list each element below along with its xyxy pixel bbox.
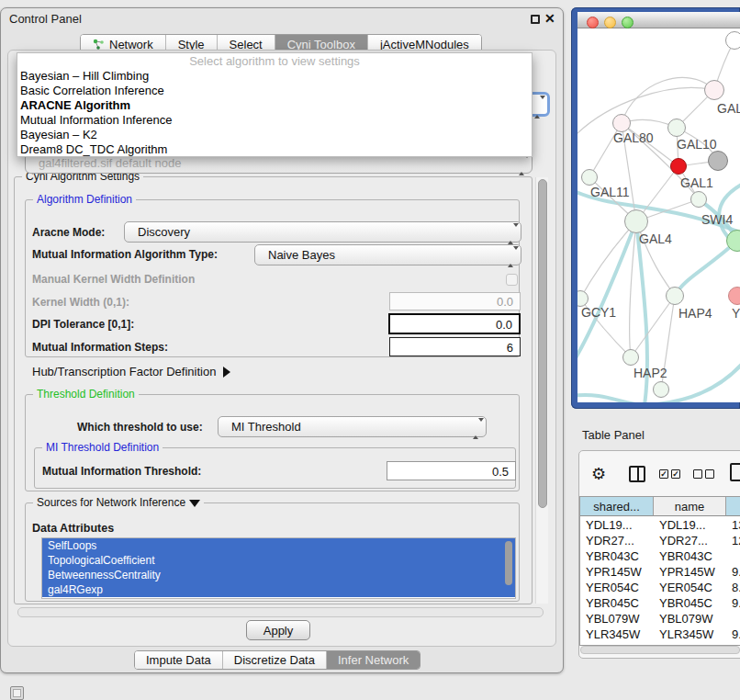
settings-horizontal-scrollbar[interactable] xyxy=(17,607,544,617)
select-all-check-icon[interactable]: ✓ xyxy=(671,469,680,479)
network-edge[interactable] xyxy=(577,221,636,361)
node-table[interactable]: shared...nameYDL19...YDL19...13YDR27...Y… xyxy=(579,496,740,646)
table-cell: YLR345W xyxy=(659,627,713,642)
combo-stepper-icon xyxy=(534,99,541,110)
network-node-y[interactable] xyxy=(728,287,740,305)
network-node-gal80[interactable] xyxy=(612,114,631,132)
table-column-header[interactable]: name xyxy=(654,497,726,516)
algorithm-option[interactable]: Mutual Information Inference xyxy=(17,113,532,128)
network-node-gal11[interactable] xyxy=(581,169,598,186)
table-row[interactable]: YPR145WYPR145W9. xyxy=(580,564,740,580)
network-node-gal4[interactable] xyxy=(624,209,648,233)
network-edge[interactable] xyxy=(622,77,714,123)
attribute-list-item[interactable]: SelfLoops xyxy=(42,538,515,553)
algorithm-definition-title: Algorithm Definition xyxy=(33,193,136,206)
deselect-all-icon[interactable] xyxy=(693,469,702,479)
attribute-list-item[interactable]: TopologicalCoefficient xyxy=(42,553,515,568)
algorithm-popup-prompt: Select algorithm to view settings xyxy=(17,53,532,69)
attribute-list-item[interactable]: BetweennessCentrality xyxy=(42,568,515,582)
network-edge[interactable] xyxy=(631,296,675,357)
node-label: GAL10 xyxy=(677,137,717,152)
minimize-traffic-icon[interactable] xyxy=(604,17,616,28)
node-label: Y xyxy=(732,306,740,321)
dpi-tolerance-field[interactable]: 0.0 xyxy=(388,313,521,334)
gear-icon[interactable]: ⚙ xyxy=(591,464,606,484)
network-node-gal1[interactable] xyxy=(670,158,687,175)
network-node-swi4[interactable] xyxy=(690,191,707,208)
table-row[interactable]: YBR043CYBR043C xyxy=(580,548,740,564)
table-cell: YBR043C xyxy=(586,548,639,564)
mi-steps-field[interactable]: 6 xyxy=(389,337,521,356)
network-node-hap4[interactable] xyxy=(666,287,684,305)
attribute-list-item[interactable]: gal4RGexp xyxy=(42,582,515,597)
aracne-mode-value: Discovery xyxy=(138,225,190,239)
network-edge[interactable] xyxy=(629,221,636,357)
float-window-icon[interactable] xyxy=(531,15,540,24)
apply-button[interactable]: Apply xyxy=(246,620,310,640)
algorithm-option[interactable]: Basic Correlation Inference xyxy=(17,84,532,98)
mi-threshold-value: 0.5 xyxy=(492,464,509,478)
mi-steps-value: 6 xyxy=(507,340,513,354)
threshold-definition-title: Threshold Definition xyxy=(33,388,139,401)
export-table-icon[interactable] xyxy=(730,463,740,481)
table-horizontal-scrollbar[interactable] xyxy=(580,646,740,654)
table-row[interactable]: YBR045CYBR045C9. xyxy=(580,595,740,611)
table-column-header[interactable]: shared... xyxy=(580,497,654,516)
settings-vertical-scrollbar[interactable] xyxy=(535,177,548,604)
table-row[interactable]: YER054CYER054C8. xyxy=(580,580,740,595)
network-canvas[interactable]: GAL7GAL80GAL10GAL1SWI4GAL11GAL4GCY1HAP4Y… xyxy=(577,28,740,402)
tab-infer-network[interactable]: Infer Network xyxy=(326,651,420,669)
dock-window-icon[interactable] xyxy=(10,686,24,700)
aracne-mode-combo[interactable]: Discovery xyxy=(124,221,521,243)
hub-definition-toggle[interactable]: Hub/Transcription Factor Definition xyxy=(32,365,230,378)
tab-impute-data[interactable]: Impute Data xyxy=(135,651,222,669)
kernel-width-field[interactable]: 0.0 xyxy=(389,292,521,310)
node-label: SWI4 xyxy=(701,212,733,227)
zoom-traffic-icon[interactable] xyxy=(622,17,633,28)
network-node-gal10[interactable] xyxy=(667,119,686,137)
table-cell: YER054C xyxy=(659,580,712,595)
table-column-header[interactable] xyxy=(726,497,740,516)
table-row[interactable]: YDR27...YDR27...12 xyxy=(580,533,740,548)
aracne-mode-label: Aracne Mode: xyxy=(32,226,105,239)
mi-steps-label: Mutual Information Steps: xyxy=(32,341,168,354)
network-window-titlebar[interactable] xyxy=(577,12,740,28)
algorithm-option[interactable]: Bayesian – K2 xyxy=(17,128,532,142)
node-label: HAP4 xyxy=(678,306,712,321)
network-node[interactable] xyxy=(708,151,728,171)
manual-kernel-checkbox[interactable] xyxy=(506,274,518,286)
algorithm-dropdown-popup: Select algorithm to view settings Bayesi… xyxy=(17,52,533,157)
network-node-hap2[interactable] xyxy=(622,349,639,366)
column-layout-icon[interactable] xyxy=(629,466,645,482)
select-all-check-icon[interactable]: ✓ xyxy=(659,469,668,479)
node-label: GAL11 xyxy=(590,185,630,199)
network-node[interactable] xyxy=(725,31,740,50)
table-row[interactable]: YLR345WYLR345W9. xyxy=(580,627,740,642)
table-cell: YBR045C xyxy=(659,595,712,611)
algorithm-option[interactable]: ARACNE Algorithm xyxy=(17,98,532,113)
sources-group-title[interactable]: Sources for Network Inference xyxy=(33,496,204,509)
algorithm-option[interactable]: Bayesian – Hill Climbing xyxy=(17,69,532,84)
table-cell: YDR27... xyxy=(586,533,634,548)
network-node[interactable] xyxy=(653,381,669,398)
control-panel-title: Control Panel xyxy=(9,12,82,26)
mi-threshold-field[interactable]: 0.5 xyxy=(387,461,516,480)
table-cell: 8. xyxy=(732,580,740,595)
network-edge[interactable] xyxy=(577,395,645,402)
table-cell: YLR345W xyxy=(586,627,640,642)
close-icon[interactable]: ✕ xyxy=(544,11,555,26)
algorithm-option[interactable]: Dream8 DC_TDC Algorithm xyxy=(17,142,532,157)
scrollbar-thumb[interactable] xyxy=(538,179,547,508)
mi-type-combo[interactable]: Naive Bayes xyxy=(254,244,521,265)
deselect-all-icon[interactable] xyxy=(705,469,714,479)
data-attributes-list[interactable]: SelfLoopsTopologicalCoefficientBetweenne… xyxy=(41,537,516,599)
list-scrollbar[interactable] xyxy=(505,541,512,585)
network-node-gal7[interactable] xyxy=(704,80,724,100)
table-row[interactable]: YDL19...YDL19...13 xyxy=(580,517,740,533)
table-cell: YDR27... xyxy=(659,533,708,548)
close-traffic-icon[interactable] xyxy=(587,17,599,28)
tab-discretize-data[interactable]: Discretize Data xyxy=(222,651,326,669)
network-edge[interactable] xyxy=(675,241,737,296)
table-row[interactable]: YBL079WYBL079W xyxy=(580,611,740,627)
which-threshold-combo[interactable]: MI Threshold xyxy=(218,416,487,437)
